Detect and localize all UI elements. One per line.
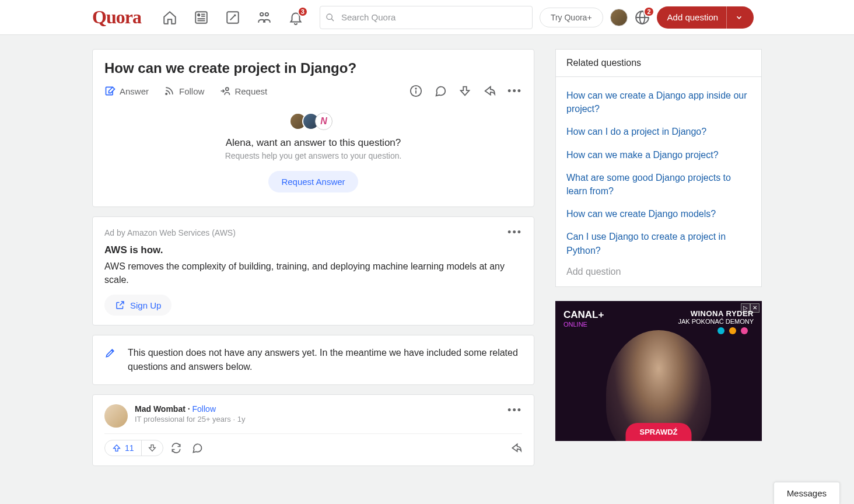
following-icon[interactable]: [194, 10, 209, 25]
notification-badge: 3: [298, 6, 308, 17]
answer-meta: IT professional for 25+ years · 1y: [135, 415, 245, 424]
ad-title: AWS is how.: [104, 244, 522, 256]
avatar-stack: N: [104, 113, 522, 130]
svg-rect-0: [195, 12, 207, 23]
signup-button[interactable]: Sign Up: [104, 295, 172, 316]
related-link[interactable]: What are some good Django projects to le…: [566, 166, 751, 202]
downvote-button[interactable]: [142, 440, 163, 456]
container: How can we create project in Django? Ans…: [83, 35, 771, 466]
ad-brand: CANAL+: [564, 309, 604, 321]
request-prompt-sub: Requests help you get answers to your qu…: [104, 151, 522, 160]
no-answers-card: This question does not have any answers …: [92, 335, 534, 385]
downvote-icon[interactable]: [459, 85, 471, 97]
more-icon[interactable]: •••: [508, 404, 522, 416]
request-prompt-title: Alena, want an answer to this question?: [104, 137, 522, 149]
request-answer-button[interactable]: Request Answer: [268, 171, 358, 192]
svg-point-8: [265, 12, 268, 15]
more-icon[interactable]: •••: [508, 85, 522, 97]
answer-header: Mad Wombat · Follow IT professional for …: [104, 404, 522, 428]
more-icon[interactable]: •••: [508, 226, 522, 239]
upvote-count: 11: [125, 443, 134, 453]
author-name[interactable]: Mad Wombat: [135, 404, 186, 414]
ad-movie: WINONA RYDER JAK POKONAĆ DEMONY: [678, 309, 754, 328]
languages-icon[interactable]: 2: [635, 10, 650, 25]
related-body: How can we create a Django app inside ou…: [556, 76, 761, 286]
notifications-icon[interactable]: 3: [288, 10, 303, 25]
answer-author: Mad Wombat · Follow: [135, 404, 245, 414]
search-input[interactable]: [320, 6, 533, 29]
avatar[interactable]: [104, 404, 128, 428]
svg-point-9: [327, 14, 332, 19]
nav-icons: 3: [162, 10, 303, 25]
question-title: How can we create project in Django?: [104, 60, 522, 76]
add-question-button[interactable]: Add question: [657, 6, 754, 29]
follow-author-link[interactable]: Follow: [192, 404, 216, 414]
ad-cta-button[interactable]: SPRAWDŹ: [626, 423, 692, 441]
svg-point-19: [415, 88, 416, 89]
ad-movie-name: WINONA RYDER: [678, 309, 754, 318]
sidebar-ad-header: CANAL+ ONLINE WINONA RYDER JAK POKONAĆ D…: [555, 301, 762, 336]
spaces-icon[interactable]: [257, 10, 272, 25]
svg-point-7: [260, 12, 263, 15]
svg-point-16: [226, 88, 229, 90]
upvote-button[interactable]: 11: [105, 440, 142, 456]
ad-text: AWS removes the complexity of building, …: [104, 260, 522, 286]
add-question-link[interactable]: Add question: [566, 262, 751, 277]
no-answers-text: This question does not have any answers …: [128, 346, 522, 374]
related-link[interactable]: Can I use Django to create a project in …: [566, 225, 751, 261]
avatar-stack-item: N: [315, 113, 332, 130]
answer-user: Mad Wombat · Follow IT professional for …: [104, 404, 245, 428]
vote-group: 11: [104, 440, 163, 456]
answer-label: Answer: [120, 86, 149, 96]
ad-card: Ad by Amazon Web Services (AWS) ••• AWS …: [92, 216, 534, 326]
follow-button[interactable]: Follow: [164, 85, 204, 97]
comment-icon[interactable]: [191, 442, 203, 454]
related-link[interactable]: How can we create Django models?: [566, 202, 751, 225]
avatar[interactable]: [610, 9, 628, 26]
answer-button[interactable]: Answer: [104, 85, 149, 97]
answer-card: Mad Wombat · Follow IT professional for …: [92, 394, 534, 466]
try-quora-plus-button[interactable]: Try Quora+: [540, 8, 603, 27]
svg-point-1: [198, 14, 200, 16]
question-actions-right: •••: [410, 85, 522, 97]
related-link[interactable]: How can we create a Django app inside ou…: [566, 84, 751, 120]
search-icon: [326, 13, 335, 22]
main-column: How can we create project in Django? Ans…: [92, 49, 534, 466]
question-actions-left: Answer Follow Request: [104, 85, 267, 97]
question-actions: Answer Follow Request •: [104, 85, 522, 97]
search-box: [320, 6, 533, 29]
request-label: Request: [235, 86, 267, 96]
related-heading: Related questions: [556, 50, 761, 76]
request-button[interactable]: Request: [219, 85, 267, 97]
language-badge: 2: [643, 6, 654, 17]
sidebar: Related questions How can we create a Dj…: [555, 49, 762, 441]
related-link[interactable]: How can I do a project in Django?: [566, 120, 751, 143]
answer-footer: 11: [104, 433, 522, 456]
chevron-down-icon[interactable]: [726, 6, 743, 29]
home-icon[interactable]: [162, 10, 177, 25]
sidebar-ad[interactable]: ▷ ✕ CANAL+ ONLINE WINONA RYDER JAK POKON…: [555, 301, 762, 441]
header: Quora 3 Try Quora+: [0, 0, 854, 35]
ad-movie-sub: JAK POKONAĆ DEMONY: [678, 318, 754, 325]
svg-line-10: [331, 19, 334, 21]
signup-label: Sign Up: [130, 300, 161, 310]
info-icon[interactable]: [410, 85, 422, 97]
ad-brand-sub: ONLINE: [564, 321, 604, 328]
comment-icon[interactable]: [434, 85, 447, 97]
ad-byline: Ad by Amazon Web Services (AWS): [104, 228, 236, 237]
svg-point-15: [166, 93, 167, 95]
external-link-icon: [115, 300, 125, 310]
share-icon[interactable]: [510, 442, 522, 454]
add-question-label: Add question: [667, 12, 719, 22]
request-block: N Alena, want an answer to this question…: [104, 113, 522, 192]
related-questions-card: Related questions How can we create a Dj…: [555, 49, 762, 287]
ad-header: Ad by Amazon Web Services (AWS) •••: [104, 226, 522, 239]
share-icon[interactable]: [483, 85, 496, 97]
answer-icon[interactable]: [225, 10, 240, 25]
question-card: How can we create project in Django? Ans…: [92, 49, 534, 207]
edit-icon: [104, 347, 116, 359]
logo[interactable]: Quora: [92, 6, 141, 28]
repost-icon[interactable]: [170, 442, 182, 454]
related-link[interactable]: How can we make a Django project?: [566, 144, 751, 166]
answer-footer-icons: [170, 442, 203, 454]
